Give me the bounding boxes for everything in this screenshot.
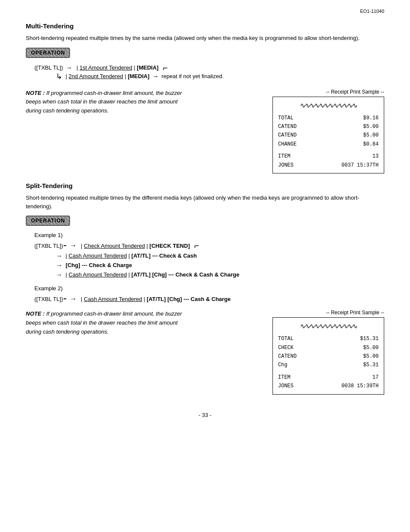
split-receipt-box: ∿∿∿∿∿∿∿∿∿∿∿∿ TOTAL $15.31 CHECK $5.00 CA… xyxy=(272,317,384,395)
split-row2: ([TXBL TL]) | Cash Amount Tendered | [AT… xyxy=(34,295,384,303)
corner-bracket-split: ⌐ xyxy=(194,243,199,248)
split-receipt-row-jones: JONES 0038 15:39TH xyxy=(278,382,379,390)
chg-label-1: [Chg] --- Check & Charge xyxy=(64,262,132,268)
multi-flow-diagram: ([TXBL TL]) | 1st Amount Tendered | [MED… xyxy=(34,64,384,80)
corner-bracket-top: ⌐ xyxy=(163,66,168,70)
split-receipt-label-check: CHECK xyxy=(278,344,308,352)
media-label-2: [MEDIA] xyxy=(128,73,150,79)
operation-badge-split: OPERATION xyxy=(26,216,70,226)
split-sub2: → [Chg] --- Check & Charge xyxy=(56,261,384,269)
receipt-value-jones-1: 0037 15:37TH xyxy=(342,161,379,170)
cash-amount-tendered-2: Cash Amount Tendered xyxy=(69,271,127,278)
receipt-label-change-1: CHANGE xyxy=(278,140,308,149)
receipt-row-jones-1: JONES 0037 15:37TH xyxy=(278,161,379,170)
example1-label: Example 1) xyxy=(34,232,384,238)
pipe-sub1b: | xyxy=(127,252,132,259)
receipt-value-item-1: 13 xyxy=(344,152,379,161)
first-amount-tendered: 1st Amount Tendered xyxy=(80,64,132,71)
split-receipt-label-catend: CATEND xyxy=(278,352,308,361)
receipt-value-total-1: $9.16 xyxy=(344,114,379,122)
multi-tendering-description: Short-tendering repeated multiple times … xyxy=(26,34,384,43)
pipe-sub3b: | xyxy=(127,271,132,278)
pipe-sub1: | xyxy=(64,252,69,259)
arrow-split-1 xyxy=(70,242,76,249)
split-receipt-row-check: CHECK $5.00 xyxy=(278,344,379,352)
arrow-sub2: → xyxy=(56,261,62,269)
pipe-e2b: | xyxy=(142,296,147,302)
split-receipt-row-catend: CATEND $5.00 xyxy=(278,352,379,361)
split-receipt-value-item: 17 xyxy=(344,373,379,382)
pipe-e2: | xyxy=(79,296,84,302)
split-receipt-label-chg: Chg xyxy=(278,361,308,369)
note-label-2: NOTE : xyxy=(26,310,45,317)
attl-label-1: [AT/TL] --- Check & Cash xyxy=(132,252,197,259)
split-receipt: -- Receipt Print Sample -- ∿∿∿∿∿∿∿∿∿∿∿∿ … xyxy=(272,310,384,395)
receipt-row-item-1: ITEM 13 xyxy=(278,152,379,161)
multi-tendering-section: Multi-Tendering Short-tendering repeated… xyxy=(26,22,384,173)
wavy-2: ∿∿∿∿∿∿∿∿∿∿∿∿ xyxy=(278,321,379,333)
doc-number: EO1-11040 xyxy=(26,9,384,14)
pipe-s1: | xyxy=(79,243,84,249)
multi-flow-row1: ([TXBL TL]) | 1st Amount Tendered | [MED… xyxy=(34,64,384,72)
split-receipt-label-total: TOTAL xyxy=(278,334,308,343)
split-receipt-row-total: TOTAL $15.31 xyxy=(278,334,379,343)
check-tend-label: [CHECK TEND] xyxy=(150,243,190,249)
split-receipt-row-item: ITEM 17 xyxy=(278,373,379,382)
arrow-sub3: → xyxy=(56,271,62,278)
second-amount-tendered: 2nd Amount Tendered xyxy=(69,73,123,79)
pipe-3: | xyxy=(64,73,69,79)
receipt-label-item-1: ITEM xyxy=(278,152,308,161)
receipt-label-jones-1: JONES xyxy=(278,161,308,170)
arrow-1 xyxy=(65,64,72,72)
split-receipt-value-jones: 0038 15:39TH xyxy=(342,382,379,390)
txbl-label-split-1: ([TXBL TL]) xyxy=(34,243,63,249)
wavy-1: ∿∿∿∿∿∿∿∿∿∿∿∿ xyxy=(278,100,379,112)
pipe-1: | xyxy=(75,64,80,71)
split-receipt-value-catend: $5.00 xyxy=(344,352,379,361)
example2-label: Example 2) xyxy=(34,285,384,292)
arrow-sub1: → xyxy=(56,252,62,259)
receipt-row-catend-2: CATEND $5.00 xyxy=(278,131,379,140)
split-receipt-title: -- Receipt Print Sample -- xyxy=(272,310,384,316)
split-note: NOTE : If programmed cash-in-drawer limi… xyxy=(26,310,189,336)
receipt-row-catend-1: CATEND $5.00 xyxy=(278,122,379,131)
receipt-value-catend-1: $5.00 xyxy=(344,122,379,131)
repeat-note: repeat if not yet finalized. xyxy=(162,73,224,79)
split-sub3: → | Cash Amount Tendered | [AT/TL] [Chg]… xyxy=(56,271,384,278)
cash-amount-tendered-3: Cash Amount Tendered xyxy=(84,296,142,302)
receipt-row-change-1: CHANGE $0.84 xyxy=(278,140,379,149)
multi-flow-row2: ↳ | 2nd Amount Tendered | [MEDIA] repeat… xyxy=(56,73,384,80)
multi-note-receipt: NOTE : If programmed cash-in-drawer limi… xyxy=(26,89,384,174)
arrow-split-2 xyxy=(70,295,76,303)
cash-amount-tendered-1: Cash Amount Tendered xyxy=(69,252,127,259)
split-receipt-label-jones: JONES xyxy=(278,382,308,390)
split-tendering-description: Short-tendering repeated multiple times … xyxy=(26,194,384,210)
split-flow-example1: ([TXBL TL]) | Check Amount Tendered | [C… xyxy=(34,242,384,278)
multi-note: NOTE : If programmed cash-in-drawer limi… xyxy=(26,89,189,116)
operation-badge-multi: OPERATION xyxy=(26,48,70,58)
pipe-2: | xyxy=(132,64,137,71)
receipt-label-catend-1: CATEND xyxy=(278,122,308,131)
receipt-value-catend-2: $5.00 xyxy=(344,131,379,140)
multi-receipt: -- Receipt Print Sample -- ∿∿∿∿∿∿∿∿∿∿∿∿ … xyxy=(272,89,384,174)
attl-chg-label: [AT/TL] [Chg] --- Check & Cash & Charge xyxy=(132,271,239,278)
check-amount-tendered: Check Amount Tendered xyxy=(84,243,145,249)
split-note-receipt: NOTE : If programmed cash-in-drawer limi… xyxy=(26,310,384,395)
split-receipt-value-chg: $5.31 xyxy=(344,361,379,369)
txbl-label-1: ([TXBL TL]) xyxy=(34,64,63,71)
page-number: - 33 - xyxy=(26,412,384,418)
pipe-sub3: | xyxy=(64,271,69,278)
split-sub1: → | Cash Amount Tendered | [AT/TL] --- C… xyxy=(56,252,384,259)
split-tendering-title: Split-Tendering xyxy=(26,182,384,189)
media-label-1: [MEDIA] xyxy=(137,64,159,71)
pipe-4: | xyxy=(123,73,128,79)
txbl-label-split-2: ([TXBL TL]) xyxy=(34,296,63,302)
split-receipt-value-check: $5.00 xyxy=(344,344,379,352)
split-tendering-section: Split-Tendering Short-tendering repeated… xyxy=(26,182,384,395)
corner-arrow-symbol: ↳ xyxy=(56,73,62,80)
multi-receipt-title: -- Receipt Print Sample -- xyxy=(272,89,384,95)
receipt-label-total-1: TOTAL xyxy=(278,114,308,122)
split-receipt-label-item: ITEM xyxy=(278,373,308,382)
split-receipt-value-total: $15.31 xyxy=(344,334,379,343)
arrow-2 xyxy=(152,73,159,80)
